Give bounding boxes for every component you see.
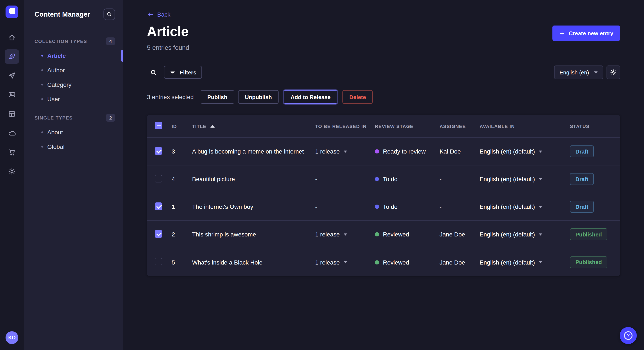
sidebar-search-button[interactable] (104, 8, 115, 20)
view-settings-button[interactable] (606, 65, 620, 79)
column-header-status[interactable]: STATUS (570, 124, 614, 129)
sort-ascending-icon (210, 125, 214, 127)
sidebar-item-author[interactable]: Author (24, 63, 123, 77)
sidebar-item-label: Author (47, 67, 65, 74)
layout-icon (8, 110, 16, 118)
delete-button[interactable]: Delete (342, 90, 373, 104)
review-stage-cell: Ready to review (375, 148, 440, 155)
entry-id: 2 (172, 231, 192, 238)
available-in-cell[interactable]: English (en) (default) (480, 176, 570, 182)
bullet-icon (41, 84, 43, 85)
app-window: KD Content Manager COLLECTION TYPES 4 Ar… (0, 0, 644, 350)
status-badge: Published (570, 256, 607, 268)
sidebar-item-user[interactable]: User (24, 92, 123, 106)
entry-id: 1 (172, 203, 192, 210)
toolbar-right: English (en) (554, 65, 620, 79)
column-header-available-in[interactable]: AVAILABLE IN (480, 124, 570, 129)
release-cell[interactable]: - (315, 203, 375, 210)
release-cell[interactable]: - (315, 176, 375, 182)
sidebar-item-article[interactable]: Article (24, 48, 123, 63)
release-cell[interactable]: 1 release (315, 231, 375, 238)
assignee: - (440, 176, 480, 182)
cloud-icon-button[interactable] (5, 126, 19, 140)
table-row[interactable]: 3 A bug is becoming a meme on the intern… (147, 138, 620, 166)
releases-icon-button[interactable] (5, 68, 19, 83)
section-header: SINGLE TYPES 2 (24, 111, 123, 125)
sidebar-item-category[interactable]: Category (24, 77, 123, 92)
row-checkbox[interactable] (154, 230, 162, 237)
single-types-list: About Global (24, 125, 123, 154)
marketplace-icon-button[interactable] (5, 145, 19, 160)
unpublish-button[interactable]: Unpublish (238, 90, 278, 104)
row-checkbox[interactable] (154, 258, 162, 265)
release-cell[interactable]: 1 release (315, 259, 375, 266)
create-new-entry-button[interactable]: Create new entry (552, 25, 620, 41)
bullet-icon (41, 69, 43, 71)
review-stage-label: Reviewed (383, 259, 409, 266)
table-row[interactable]: 5 What's inside a Black Hole 1 release R… (147, 248, 620, 276)
add-to-release-button[interactable]: Add to Release (284, 90, 337, 104)
review-stage-cell: To do (375, 176, 440, 182)
bullet-icon (41, 146, 43, 148)
column-header-id[interactable]: ID (172, 124, 192, 129)
table-row[interactable]: 1 The internet's Own boy - To do - Engli… (147, 193, 620, 221)
column-header-review-stage[interactable]: REVIEW STAGE (375, 124, 440, 129)
row-checkbox[interactable] (154, 147, 162, 155)
entries-table: ID TITLE TO BE RELEASED IN REVIEW STAGE … (147, 115, 620, 276)
review-stage-cell: Reviewed (375, 259, 440, 266)
available-in-value: English (en) (default) (480, 148, 535, 155)
section-count-badge: 4 (106, 37, 115, 45)
content-type-builder-icon-button[interactable] (5, 107, 19, 121)
release-cell[interactable]: 1 release (315, 148, 375, 155)
back-label: Back (157, 11, 170, 18)
available-in-cell[interactable]: English (en) (default) (480, 259, 570, 266)
table-row[interactable]: 4 Beautiful picture - To do - English (e… (147, 166, 620, 193)
publish-button[interactable]: Publish (200, 90, 234, 104)
back-link[interactable]: Back (147, 11, 170, 18)
entry-id: 4 (172, 176, 192, 182)
gear-icon (610, 69, 617, 76)
rail-nav (5, 30, 19, 178)
table-row[interactable]: 2 This shrimp is awesome 1 release Revie… (147, 221, 620, 248)
strapi-logo[interactable] (6, 5, 18, 18)
page-header: Article 5 entries found Create new entry (147, 24, 620, 51)
release-value: - (315, 203, 317, 210)
rail-settings-icon-button[interactable] (5, 164, 19, 178)
locale-caret-icon (539, 261, 542, 263)
content-manager-icon-button[interactable] (5, 49, 19, 64)
nav-rail: KD (0, 0, 24, 350)
review-stage-cell: To do (375, 203, 440, 210)
row-checkbox[interactable] (154, 175, 162, 182)
feather-icon (8, 53, 16, 60)
search-entries-button[interactable] (147, 66, 160, 79)
entry-title: A bug is becoming a meme on the internet (192, 148, 315, 155)
sidebar-item-global[interactable]: Global (24, 140, 123, 154)
sidebar-item-about[interactable]: About (24, 125, 123, 140)
entry-title: Beautiful picture (192, 176, 315, 182)
available-in-value: English (en) (default) (480, 231, 535, 238)
row-checkbox[interactable] (154, 202, 162, 210)
available-in-cell[interactable]: English (en) (default) (480, 203, 570, 210)
available-in-cell[interactable]: English (en) (default) (480, 148, 570, 155)
media-library-icon-button[interactable] (5, 88, 19, 102)
release-value: 1 release (315, 259, 340, 266)
cart-icon (8, 149, 16, 156)
user-avatar[interactable]: KD (6, 331, 18, 344)
plus-icon (559, 30, 565, 36)
column-header-release[interactable]: TO BE RELEASED IN (315, 124, 375, 129)
select-all-checkbox[interactable] (154, 121, 162, 129)
filters-button[interactable]: Filters (164, 66, 202, 79)
cloud-icon (8, 129, 16, 137)
column-header-title[interactable]: TITLE (192, 124, 315, 129)
available-in-cell[interactable]: English (en) (default) (480, 231, 570, 238)
assignee: - (440, 203, 480, 210)
status-badge: Draft (570, 146, 594, 157)
gear-icon (8, 168, 16, 175)
locale-select[interactable]: English (en) (554, 65, 603, 79)
search-icon (150, 69, 157, 76)
question-mark-icon: ? (624, 331, 632, 340)
help-button[interactable]: ? (620, 327, 637, 344)
column-header-assignee[interactable]: ASSIGNEE (440, 124, 480, 129)
home-icon-button[interactable] (5, 30, 19, 45)
paper-plane-icon (8, 72, 16, 80)
